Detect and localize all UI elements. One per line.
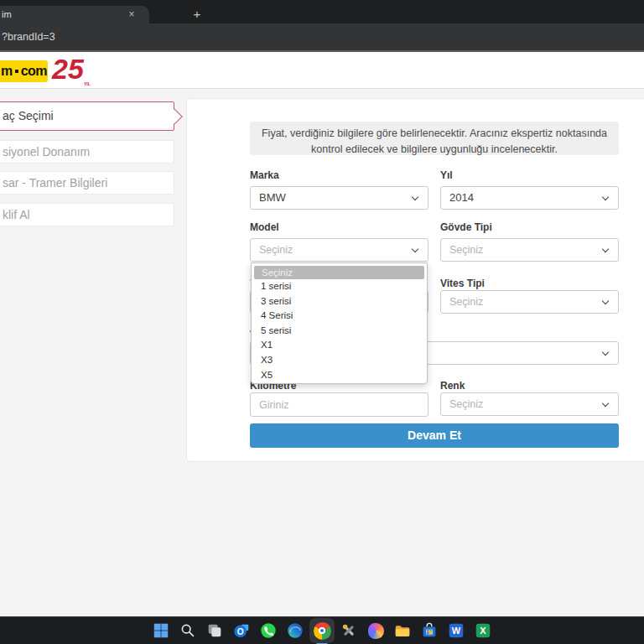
year-select-value: 2014 <box>441 187 618 209</box>
sidebar-item-label: siyonel Donanım <box>0 141 174 164</box>
pricing-notice-line1: Fiyat, verdiğiniz bilgilere göre belirle… <box>250 126 619 142</box>
color-label: Renk <box>440 380 465 392</box>
pricing-notice: Fiyat, verdiğiniz bilgilere göre belirle… <box>250 122 619 155</box>
dropdown-option-1-serisi[interactable]: 1 serisi <box>252 279 427 294</box>
brand-label: Marka <box>250 169 279 181</box>
tools-icon[interactable] <box>339 621 359 641</box>
outlook-icon[interactable]: O <box>231 621 252 641</box>
tab-close-icon[interactable]: × <box>124 6 139 23</box>
dropdown-option-x5[interactable]: X5 <box>252 368 427 383</box>
site-logo[interactable]: m com 25 YIL <box>0 58 92 86</box>
sidebar-item-label: klif Al <box>0 204 174 226</box>
browser-toolbar: ?brandId=3 <box>0 23 644 50</box>
pricing-notice-line2: kontrol edilecek ve bilgilere uygunluğu … <box>250 142 619 158</box>
new-tab-button[interactable]: + <box>188 5 206 23</box>
model-label: Model <box>250 221 279 233</box>
edge-icon[interactable] <box>285 621 305 641</box>
color-select[interactable]: Seçiniz <box>440 392 619 416</box>
sidebar-item-teklif-al[interactable]: klif Al <box>0 203 174 226</box>
dropdown-option-3-serisi[interactable]: 3 serisi <box>252 294 427 309</box>
chrome-ball <box>314 622 331 640</box>
sidebar-item-label: aç Seçimi <box>0 102 174 130</box>
copilot-blob <box>368 623 384 639</box>
logo-text-m: m <box>1 64 13 79</box>
windows-taskbar: O W X <box>0 616 644 644</box>
logo-25-badge: 25 <box>52 53 84 86</box>
site-header: m com 25 YIL <box>0 52 644 89</box>
excel-icon[interactable]: X <box>473 621 493 641</box>
word-icon[interactable]: W <box>446 621 466 641</box>
browser-tab-strip: im × + <box>0 0 644 23</box>
logo-text-com: com <box>21 64 47 79</box>
chevron-down-icon <box>602 349 609 356</box>
svg-text:O: O <box>237 627 244 636</box>
year-select[interactable]: 2014 <box>440 186 619 210</box>
transmission-label: Vites Tipi <box>440 278 485 289</box>
body-type-select-placeholder: Seçiniz <box>441 239 618 261</box>
screen: im × + ?brandId=3 m com 25 YIL aç Seçimi… <box>0 0 644 644</box>
model-select-placeholder: Seçiniz <box>251 239 428 261</box>
model-select[interactable]: Seçiniz <box>250 238 428 262</box>
brand-select[interactable]: BMW <box>250 186 428 210</box>
chrome-hub <box>319 627 325 634</box>
dropdown-option-5-serisi[interactable]: 5 serisi <box>252 324 427 339</box>
address-bar-url[interactable]: ?brandId=3 <box>2 23 55 50</box>
task-view-icon[interactable] <box>205 621 225 641</box>
brand-select-value: BMW <box>251 187 428 209</box>
sidebar-item-arac-secimi[interactable]: aç Seçimi <box>0 101 174 131</box>
chrome-icon[interactable] <box>312 621 332 641</box>
svg-text:W: W <box>452 626 461 636</box>
dropdown-option-4-serisi[interactable]: 4 Serisi <box>252 309 427 324</box>
body-type-select[interactable]: Seçiniz <box>440 238 619 262</box>
transmission-select[interactable]: Seçiniz <box>440 290 619 314</box>
microsoft-store-icon[interactable] <box>419 621 439 641</box>
dropdown-option-x1[interactable]: X1 <box>252 338 427 353</box>
file-explorer-icon[interactable] <box>392 621 413 641</box>
browser-tab[interactable]: im × <box>0 6 149 23</box>
logo-yil-text: YIL <box>84 81 91 86</box>
tab-title: im <box>2 6 12 23</box>
body-type-label: Gövde Tipi <box>440 221 492 233</box>
logo-dot <box>15 70 18 73</box>
color-select-placeholder: Seçiniz <box>441 393 618 415</box>
sidebar-item-opsiyonel-donanim[interactable]: siyonel Donanım <box>0 140 174 164</box>
sidebar-item-tramer-bilgileri[interactable]: sar - Tramer Bilgileri <box>0 171 174 195</box>
start-button-icon[interactable] <box>151 621 171 641</box>
year-label: Yıl <box>440 169 453 181</box>
dropdown-option-x3[interactable]: X3 <box>252 353 427 368</box>
sidebar-item-label: sar - Tramer Bilgileri <box>0 172 174 195</box>
transmission-select-placeholder: Seçiniz <box>441 291 618 313</box>
continue-button[interactable]: Devam Et <box>250 423 619 448</box>
logo-yellow-box: m com <box>0 60 48 82</box>
model-dropdown-list: Seçiniz 1 serisi 3 serisi 4 Serisi 5 ser… <box>251 262 428 384</box>
kilometer-input[interactable] <box>250 392 428 417</box>
copilot-icon[interactable] <box>366 621 386 641</box>
dropdown-option-seciniz[interactable]: Seçiniz <box>254 266 424 279</box>
whatsapp-icon[interactable] <box>258 621 278 641</box>
web-page: m com 25 YIL aç Seçimi siyonel Donanım s… <box>0 50 644 616</box>
svg-text:X: X <box>480 626 486 636</box>
search-icon[interactable] <box>178 621 198 641</box>
